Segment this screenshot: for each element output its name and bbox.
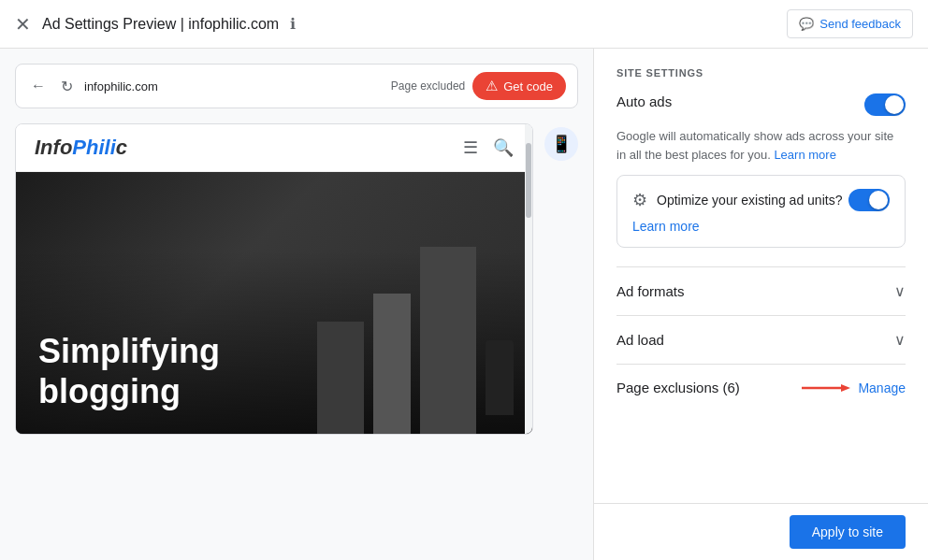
ad-formats-accordion[interactable]: Ad formats ∨: [616, 266, 906, 315]
info-icon[interactable]: ℹ: [290, 15, 296, 33]
arrow-indicator: [800, 381, 852, 395]
site-logo: InfoPhilic: [35, 136, 127, 160]
get-code-button[interactable]: ⚠ Get code: [472, 72, 566, 100]
settings-panel: SITE SETTINGS Auto ads Google will autom…: [616, 67, 906, 484]
optimize-title: Optimize your existing ad units?: [657, 193, 842, 208]
auto-ads-title: Auto ads: [616, 93, 672, 109]
search-icon: 🔍: [493, 137, 514, 158]
hero-image: Simplifying blogging: [16, 172, 532, 434]
red-arrow-icon: [800, 381, 852, 395]
optimize-box: ⚙ Optimize your existing ad units? Learn…: [616, 175, 906, 248]
ad-formats-chevron: ∨: [894, 282, 906, 300]
menu-icon: ☰: [463, 137, 478, 158]
auto-ads-row: Auto ads: [616, 93, 906, 116]
top-bar: ✕ Ad Settings Preview | infophilic.com ℹ…: [0, 0, 928, 49]
bottom-bar: Apply to site: [594, 503, 928, 560]
scrollbar[interactable]: [525, 124, 532, 434]
optimize-toggle[interactable]: [848, 189, 890, 211]
close-icon[interactable]: ✕: [15, 15, 31, 34]
spacer: [616, 410, 906, 484]
auto-ads-toggle[interactable]: [864, 93, 906, 116]
main-content: ← ↻ infophilic.com Page excluded ⚠ Get c…: [0, 49, 928, 560]
top-bar-left: ✕ Ad Settings Preview | infophilic.com ℹ: [15, 15, 296, 34]
building-1: [420, 247, 476, 434]
optimize-row: ⚙ Optimize your existing ad units?: [632, 189, 890, 211]
feedback-icon: 💬: [799, 17, 814, 31]
browser-bar: ← ↻ infophilic.com Page excluded ⚠ Get c…: [15, 64, 578, 108]
right-panel: SITE SETTINGS Auto ads Google will autom…: [594, 49, 928, 503]
scrollbar-thumb: [526, 143, 531, 218]
gear-icon: ⚙: [632, 190, 647, 210]
section-label: SITE SETTINGS: [616, 67, 906, 79]
mobile-icon: 📱: [551, 134, 572, 154]
warning-icon: ⚠: [486, 78, 498, 94]
learn-more-link-2[interactable]: Learn more: [632, 219, 700, 234]
page-title: Ad Settings Preview | infophilic.com: [42, 16, 279, 33]
auto-ads-desc: Google will automatically show ads acros…: [616, 127, 906, 164]
building-3: [317, 322, 364, 434]
header-icons: ☰ 🔍: [463, 137, 514, 158]
ad-formats-title: Ad formats: [616, 283, 685, 299]
back-button[interactable]: ←: [27, 78, 50, 94]
url-display: infophilic.com: [84, 79, 384, 93]
optimize-left: ⚙ Optimize your existing ad units?: [632, 190, 842, 210]
ad-load-chevron: ∨: [894, 331, 906, 349]
optimize-toggle-thumb: [869, 191, 888, 209]
hero-text: Simplifying blogging: [38, 331, 220, 411]
right-column: SITE SETTINGS Auto ads Google will autom…: [594, 49, 928, 560]
send-feedback-button[interactable]: 💬 Send feedback: [787, 9, 913, 38]
toggle-thumb: [885, 95, 904, 114]
reload-button[interactable]: ↻: [57, 78, 77, 95]
site-header: InfoPhilic ☰ 🔍: [16, 124, 532, 172]
person-silhouette: [486, 340, 514, 415]
device-toggle-button[interactable]: 📱: [544, 127, 578, 161]
svg-marker-1: [841, 384, 850, 392]
ad-load-title: Ad load: [616, 332, 664, 348]
manage-area: Manage: [800, 381, 906, 395]
page-exclusions-row: Page exclusions (6) Manage: [616, 364, 906, 410]
page-exclusions-title: Page exclusions (6): [616, 380, 740, 395]
left-panel: ← ↻ infophilic.com Page excluded ⚠ Get c…: [0, 49, 594, 560]
apply-to-site-button[interactable]: Apply to site: [790, 515, 906, 549]
manage-link[interactable]: Manage: [858, 381, 906, 395]
website-preview: InfoPhilic ☰ 🔍 Simplifying: [15, 123, 533, 435]
learn-more-link-1[interactable]: Learn more: [774, 148, 835, 162]
page-excluded-badge: Page excluded: [391, 79, 465, 93]
ad-load-accordion[interactable]: Ad load ∨: [616, 315, 906, 364]
building-2: [373, 294, 411, 434]
